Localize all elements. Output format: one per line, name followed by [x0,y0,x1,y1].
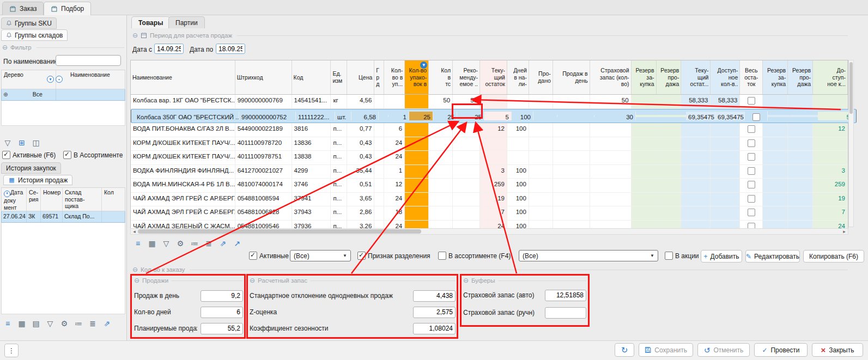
scroll-right-icon[interactable]: ▸ [841,229,848,234]
active-filter-select[interactable]: (Все)▼ [290,250,351,261]
collapse-icon[interactable]: ⊖ [132,266,138,273]
z-score-input[interactable] [413,307,456,318]
table-row[interactable]: КОРМ Д/КОШЕК КИТЕКЕТ ПАУЧ/...40111009787… [131,151,848,165]
cancel-button[interactable]: ↺ Отменить [697,343,750,357]
promo-checkbox[interactable]: В акции [665,252,699,260]
column-header[interactable]: Кол-во упако- вок в▼ [405,60,429,94]
copy-button[interactable]: Копировать (F6) [803,250,864,263]
date-to-input[interactable] [216,44,245,54]
column-header[interactable]: Теку- щий остат... [681,60,711,94]
sales-per-day-input[interactable] [201,290,243,302]
tab-batches[interactable]: Партии [168,16,205,28]
export-icon[interactable]: ⇗ [101,318,112,329]
row-checkbox[interactable] [752,113,760,121]
filter-circle-icon[interactable]: • [56,76,63,83]
column-header[interactable]: Склад постав- щика [63,188,102,211]
days-count-input[interactable] [201,307,243,318]
collapse-icon[interactable]: ⊖ [134,277,139,284]
table-row[interactable]: ВОДКА ФИНЛЯНДИЯ ФИНЛЯНД...64127000210274… [131,165,848,179]
refresh-button[interactable]: ↻ [615,343,634,357]
add-icon[interactable]: ⊞ [16,137,27,148]
stddev-input[interactable] [413,290,456,302]
list-view-icon[interactable]: ≡ [2,318,13,329]
column-header[interactable]: Весь оста- ток [740,60,763,94]
open-window-icon[interactable]: ↗ [232,238,242,249]
in-assortment-checkbox[interactable]: В Ассортименте [63,151,123,159]
table-row[interactable]: ВОДА ПИТ.БОНАКВА С/ГАЗ 2Л В...5449000022… [131,123,848,137]
column-header[interactable]: Номер [41,188,63,211]
tab-sales-history[interactable]: ▦ История продаж [3,175,72,185]
column-header[interactable]: Реко- менду- емое .. [453,60,480,94]
column-header[interactable]: Страховой запас (кол- во) [590,60,632,94]
tab-goods[interactable]: Товары [131,16,170,28]
scrollbar-thumb[interactable] [138,229,421,234]
post-button[interactable]: ✓ Провести [754,343,808,357]
menu-button[interactable]: ⋮ [4,344,19,357]
column-header[interactable]: До- ступ- ное к... [813,60,848,94]
column-header[interactable]: Г р д [374,60,384,94]
column-header[interactable]: Се- рия [27,188,41,211]
collapse-icon[interactable]: ⊖ [132,32,138,39]
table-row[interactable]: ЧАЙ АХМАД ЭРЛ ГРЕЙ С АР.БЕРГ...054881008… [131,193,848,207]
filter-icon[interactable]: ▽ [2,137,13,148]
row-checkbox[interactable] [748,167,755,175]
assortment-filter-select[interactable]: (Все)▼ [519,250,658,261]
column-header[interactable]: Штрихкод [235,60,292,94]
column-header[interactable]: Доступ- ное кол-в.. [711,60,740,94]
settings-icon[interactable]: ⚙ [59,318,70,329]
table-row[interactable]: ВОДА МИН.МИНСКАЯ-4 РБ 1Л В...48100740001… [131,179,848,193]
date-from-input[interactable] [154,44,184,54]
column-header[interactable]: Кол [102,188,125,211]
column-header[interactable]: Кол в тс [429,60,453,94]
row-checkbox[interactable] [748,195,755,203]
sort-list-icon[interactable]: ≣ [203,238,214,249]
table-row[interactable]: Колбаса вар. 1КГ ОАО "БРЕСТСК...99000000… [131,95,848,109]
active-f6-checkbox[interactable]: Активные (F6) [2,151,56,159]
tab-warehouse-groups[interactable]: Группы складов [1,29,68,41]
column-header[interactable]: Дней в на- ли- [507,60,529,94]
numbered-list-icon[interactable]: ≔ [73,318,84,329]
scroll-left-icon[interactable]: ◂ [131,229,138,234]
column-header[interactable]: Резерв за- купка [763,60,788,94]
docs-table-row[interactable]: 27.06.24 ЗК 69571 Склад По... [1,211,125,223]
column-header[interactable]: Теку- щий остаток [480,60,507,94]
filter-icon[interactable]: ▽ [161,238,172,249]
tab-purchase-history[interactable]: История закупок [1,162,61,174]
export-icon[interactable]: ⇗ [217,238,228,249]
column-header[interactable]: Про- дано [529,60,553,94]
tree-row-all[interactable]: ⊕ Все [1,89,125,101]
tab-selection[interactable]: Подбор [44,2,91,15]
expand-icon[interactable]: ⊕ [3,91,8,97]
column-header[interactable]: Цена [347,60,374,94]
column-header[interactable]: Наименование [131,60,235,94]
edit-button[interactable]: ✎ Редактировать [745,250,800,263]
collapse-icon[interactable]: ⊖ [2,44,8,51]
calendar-icon[interactable]: ▤ [31,318,41,329]
seasonality-input[interactable] [413,323,456,334]
row-checkbox[interactable] [748,209,755,216]
collapse-icon[interactable]: ⊖ [463,277,469,284]
column-header[interactable]: ▾Дата доку мент [2,188,27,211]
row-checkbox[interactable] [748,139,755,147]
row-checkbox[interactable] [748,97,755,105]
column-header[interactable]: Резерв про- дажа [788,60,813,94]
horizontal-scrollbar[interactable]: ◂ ▸ [130,228,848,235]
list-view-icon[interactable]: ≡ [132,238,143,249]
row-checkbox[interactable] [748,181,755,188]
name-filter-input[interactable] [56,55,121,66]
filter-icon[interactable]: ▽ [45,318,56,329]
tab-order[interactable]: Заказ [2,2,44,15]
split-flag-checkbox[interactable]: Признак разделения [357,252,430,260]
table-row[interactable]: ЧАЙ АХМАД ЭРЛ ГРЕЙ С АР.БЕРГ...054881006… [131,206,848,221]
column-header[interactable]: Резерв за- купка [632,60,657,94]
column-header[interactable]: Продаж в день [553,60,590,94]
tab-sku-groups[interactable]: Группы SKU [1,17,57,29]
column-header[interactable]: Код [292,60,331,94]
vertical-scrollbar[interactable] [848,60,854,227]
safety-auto-input[interactable] [545,290,586,301]
column-header[interactable]: Кол- во в уп... [384,60,405,94]
numbered-list-icon[interactable]: ≔ [189,238,200,249]
save-button[interactable]: Сохранить [639,343,693,357]
settings-icon[interactable]: ⚙ [175,238,186,249]
table-row[interactable]: КОРМ Д/КОШЕК КИТЕКЕТ ПАУЧ/...40111009787… [131,137,848,151]
